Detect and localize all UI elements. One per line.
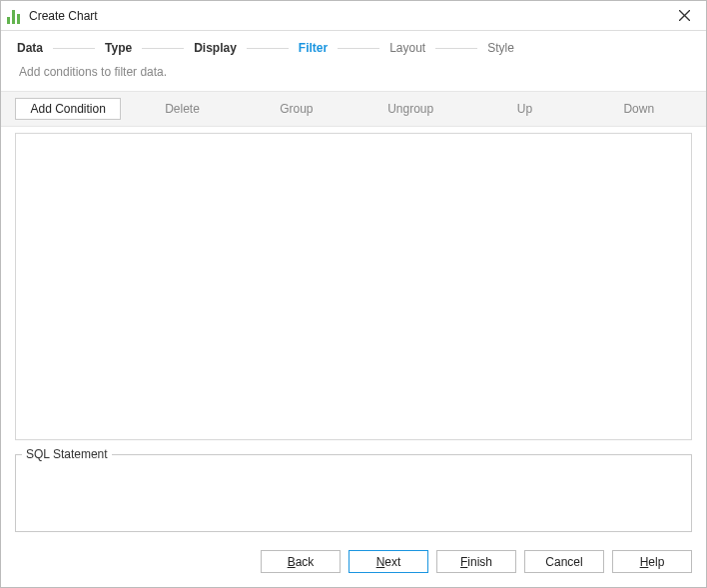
content-area: SQL Statement — [1, 127, 706, 540]
page-subtitle: Add conditions to filter data. — [1, 63, 706, 91]
step-display[interactable]: Display — [192, 41, 239, 55]
step-separator — [53, 48, 95, 49]
step-type[interactable]: Type — [103, 41, 134, 55]
btn-rest: ext — [384, 555, 400, 569]
step-style[interactable]: Style — [485, 41, 516, 55]
btn-rest: elp — [648, 555, 664, 569]
group-button: Group — [244, 98, 350, 120]
finish-button[interactable]: Finish — [436, 550, 516, 573]
step-separator — [338, 48, 379, 49]
wizard-footer: Back Next Finish Cancel Help — [1, 540, 706, 587]
window-title: Create Chart — [29, 9, 98, 23]
add-condition-button[interactable]: Add Condition — [15, 98, 121, 120]
next-button[interactable]: Next — [349, 550, 428, 573]
step-separator — [142, 48, 184, 49]
btn-rest: inish — [467, 555, 492, 569]
wizard-steps: DataTypeDisplayFilterLayoutStyle — [1, 31, 706, 63]
btn-rest: ack — [296, 555, 315, 569]
filter-toolbar: Add Condition Delete Group Ungroup Up Do… — [1, 91, 706, 127]
move-down-button: Down — [586, 98, 692, 120]
step-layout[interactable]: Layout — [387, 41, 427, 55]
chart-icon — [7, 8, 23, 24]
ungroup-button: Ungroup — [357, 98, 463, 120]
step-filter[interactable]: Filter — [297, 41, 330, 55]
step-data[interactable]: Data — [15, 41, 45, 55]
back-button[interactable]: Back — [261, 550, 341, 573]
sql-legend: SQL Statement — [22, 447, 112, 461]
move-up-button: Up — [471, 98, 577, 120]
close-icon — [679, 10, 690, 21]
delete-button: Delete — [129, 98, 235, 120]
close-button[interactable] — [670, 5, 698, 27]
mnemonic: B — [288, 555, 296, 569]
titlebar: Create Chart — [1, 1, 706, 31]
conditions-list[interactable] — [15, 133, 692, 440]
step-separator — [435, 48, 477, 49]
step-separator — [247, 48, 289, 49]
sql-statement-panel: SQL Statement — [15, 454, 692, 532]
cancel-button[interactable]: Cancel — [524, 550, 604, 573]
help-button[interactable]: Help — [612, 550, 692, 573]
